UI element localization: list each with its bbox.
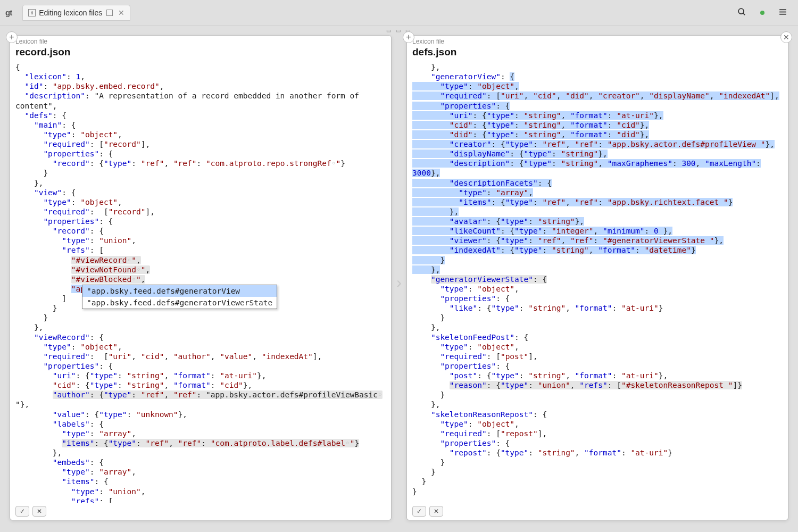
close-icon[interactable]: ✕ <box>118 9 124 17</box>
tab-title: Editing lexicon files <box>39 9 102 17</box>
add-panel-button[interactable]: + <box>6 31 18 43</box>
topbar: gt i Editing lexicon files ✕ <box>0 0 798 26</box>
drag-handle[interactable]: ▭ ▭ ▭ <box>0 26 798 35</box>
status-dot-icon <box>760 11 764 15</box>
left-code-editor[interactable]: { "lexicon": 1, "id": "app.bsky.embed.re… <box>10 61 391 503</box>
app-logo: gt <box>5 8 12 17</box>
autocomplete-option[interactable]: "app.bsky.feed.defs#generatorViewerState <box>82 297 277 309</box>
right-panel-title: defs.json <box>407 46 788 61</box>
right-code-editor[interactable]: }, "generatorView": { "type": "object", … <box>407 61 788 503</box>
cancel-button[interactable]: ✕ <box>429 506 443 517</box>
chevron-right-icon: › <box>396 273 402 292</box>
autocomplete-option[interactable]: "app.bsky.feed.defs#generatorView <box>82 285 277 297</box>
right-panel: + ✕ Lexicon file defs.json }, "generator… <box>406 35 788 520</box>
accept-button[interactable]: ✓ <box>15 506 29 517</box>
workspace: › + Lexicon file record.json { "lexicon"… <box>0 35 798 530</box>
hamburger-icon[interactable] <box>778 7 787 18</box>
svg-line-1 <box>743 13 745 15</box>
add-panel-button[interactable]: + <box>403 31 414 43</box>
left-panel: + Lexicon file record.json { "lexicon": … <box>10 35 392 520</box>
accept-button[interactable]: ✓ <box>412 506 426 517</box>
panel-kind-label: Lexicon file <box>407 36 788 46</box>
svg-point-0 <box>738 9 744 14</box>
close-panel-button[interactable]: ✕ <box>780 31 792 43</box>
panel-kind-label: Lexicon file <box>10 36 391 46</box>
topbar-right <box>737 7 793 18</box>
autocomplete-popup[interactable]: "app.bsky.feed.defs#generatorView"app.bs… <box>82 285 277 309</box>
maximize-icon[interactable] <box>106 10 113 16</box>
tab-editing-lexicon[interactable]: i Editing lexicon files ✕ <box>22 5 130 21</box>
cancel-button[interactable]: ✕ <box>32 506 46 517</box>
left-panel-title: record.json <box>10 46 391 61</box>
info-icon: i <box>28 9 36 16</box>
search-icon[interactable] <box>737 7 746 18</box>
